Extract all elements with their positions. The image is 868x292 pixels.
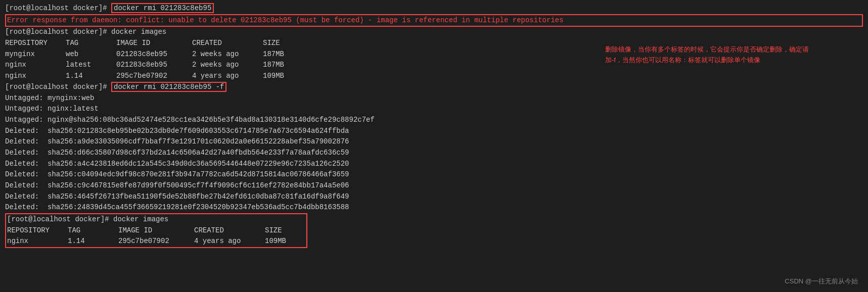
cmd-rmi-force: docker rmi 021283c8eb95 -f <box>111 82 226 92</box>
id-final: 295c7be07902 <box>118 236 194 247</box>
deleted-4: Deleted: sha256:a4c423818ed6dc12a545c349… <box>5 159 863 170</box>
deleted-8: Deleted: sha256:24839d45ca455f3665921928… <box>5 202 863 213</box>
repo-1: mynginx <box>5 49 66 60</box>
tag-final: 1.14 <box>68 236 118 247</box>
repo-2: nginx <box>5 60 66 71</box>
col-size-h2: SIZE <box>265 225 305 236</box>
deleted-5: Deleted: sha256:c04094edc9df98c870e281f3… <box>5 169 863 180</box>
created-3: 4 years ago <box>192 71 263 82</box>
id-3: 295c7be07902 <box>116 71 192 82</box>
col-repo-h: REPOSITORY <box>5 38 66 49</box>
col-tag-h: TAG <box>66 38 116 49</box>
deleted-2: Deleted: sha256:a9de33035096cdf7bbaf7f3e… <box>5 136 863 148</box>
size-1: 187MB <box>263 49 303 60</box>
col-id-h: IMAGE ID <box>116 38 192 49</box>
deleted-7: Deleted: sha256:4645f26713fbea51190f5de5… <box>5 191 863 203</box>
deleted-3: Deleted: sha256:d66c35807d98c6f37bd2a14c… <box>5 148 863 159</box>
col-tag-h2: TAG <box>68 225 118 236</box>
branding-text: CSDN @一往无前从今始 <box>785 277 858 286</box>
annotation-text: 删除镜像，当你有多个标签的时候，它会提示你是否确定删除，确定请加-f，当然你也可… <box>605 44 817 66</box>
prompt-images-2: [root@localhost docker]# <box>7 215 113 223</box>
size-final: 109MB <box>265 236 305 247</box>
table-header-2: REPOSITORYTAGIMAGE IDCREATEDSIZE <box>7 225 305 236</box>
table-row-final: nginx1.14295c7be079024 years ago109MB <box>7 236 305 247</box>
untagged-2: Untagged: nginx:latest <box>5 104 863 115</box>
id-2: 021283c8eb95 <box>116 60 192 71</box>
line-3: [root@localhost docker]# docker images <box>5 27 863 38</box>
error-line: Error response from daemon: conflict: un… <box>5 14 863 27</box>
deleted-1: Deleted: sha256:021283c8eb95be02b23db0de… <box>5 126 863 137</box>
col-size-h: SIZE <box>263 38 303 49</box>
cmd-images-1: docker images <box>111 28 166 36</box>
tag-2: latest <box>66 60 116 71</box>
created-2: 2 weeks ago <box>192 60 263 71</box>
tag-3: 1.14 <box>66 71 116 82</box>
untagged-3: Untagged: nginx@sha256:08bc36ad52474e528… <box>5 115 863 126</box>
deleted-6: Deleted: sha256:c9c467815e8fe87d99f0f500… <box>5 180 863 191</box>
cmd-images-2: docker images <box>113 215 168 223</box>
line-force: [root@localhost docker]# docker rmi 0212… <box>5 82 863 93</box>
untagged-1: Untagged: mynginx:web <box>5 93 863 104</box>
size-3: 109MB <box>263 71 303 82</box>
line-1: [root@localhost docker]# docker rmi 0212… <box>5 3 863 14</box>
id-1: 021283c8eb95 <box>116 49 192 60</box>
repo-3: nginx <box>5 71 66 82</box>
prompt-3: [root@localhost docker]# <box>5 28 111 36</box>
col-repo-h2: REPOSITORY <box>7 225 68 236</box>
prompt-force: [root@localhost docker]# <box>5 83 111 91</box>
created-final: 4 years ago <box>194 236 265 247</box>
size-2: 187MB <box>263 60 303 71</box>
table-row-3: nginx1.14295c7be079024 years ago109MB <box>5 71 863 82</box>
created-1: 2 weeks ago <box>192 49 263 60</box>
tag-1: web <box>66 49 116 60</box>
boxed-table-section: [root@localhost docker]# docker images R… <box>5 213 307 248</box>
col-created-h: CREATED <box>192 38 263 49</box>
cmd-rmi-1: docker rmi 021283c8eb95 <box>111 3 214 13</box>
col-id-h2: IMAGE ID <box>118 225 194 236</box>
repo-final: nginx <box>7 236 68 247</box>
line-images-2: [root@localhost docker]# docker images <box>7 214 305 225</box>
col-created-h2: CREATED <box>194 225 265 236</box>
terminal: [root@localhost docker]# docker rmi 0212… <box>0 0 868 292</box>
prompt-1: [root@localhost docker]# <box>5 4 111 12</box>
